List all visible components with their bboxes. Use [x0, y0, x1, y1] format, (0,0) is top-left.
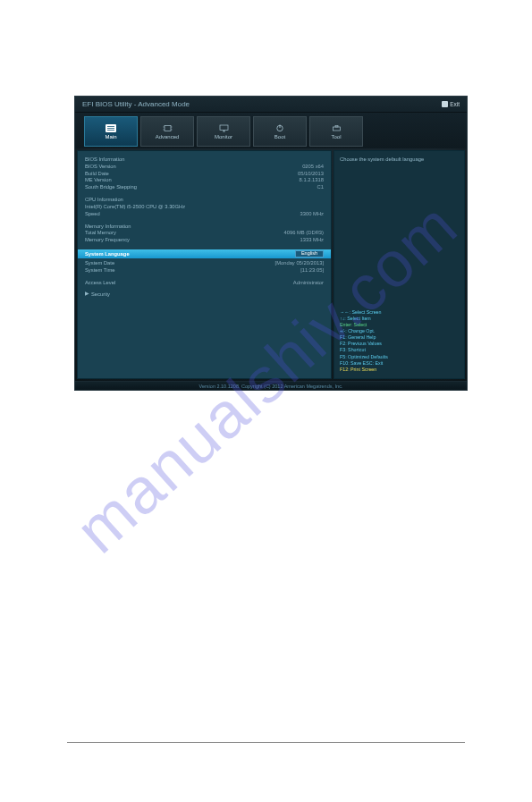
access-level-value: Administrator: [293, 280, 324, 287]
tab-bar: Main Advanced Monitor Boot Tool: [75, 113, 467, 148]
me-version-label: ME Version: [85, 177, 112, 184]
svg-rect-14: [333, 127, 340, 131]
help-key-line: F3: Shortcut: [340, 347, 459, 353]
page-divider: [67, 742, 465, 743]
tab-label: Boot: [274, 134, 285, 139]
cpu-info-block: CPU Information Intel(R) Core(TM) i5-250…: [85, 197, 324, 217]
tab-main[interactable]: Main: [84, 116, 138, 147]
security-row[interactable]: ▶ Security: [85, 290, 324, 297]
bios-window: EFI BIOS Utility - Advanced Mode Exit Ma…: [74, 96, 468, 391]
tab-label: Tool: [331, 134, 341, 139]
total-memory-value: 4096 MB (DDR3): [284, 230, 324, 237]
help-key-line: F2: Previous Values: [340, 341, 459, 347]
power-icon: [274, 123, 285, 132]
exit-icon: [442, 101, 448, 107]
monitor-icon: [218, 123, 229, 132]
help-key-line: ↑↓: Select Item: [340, 316, 459, 322]
system-time-row[interactable]: System Time[11:23:05]: [85, 267, 324, 274]
tab-boot[interactable]: Boot: [253, 116, 307, 147]
system-date-label: System Date: [85, 260, 114, 267]
main-panel: BIOS Information BIOS Version0205 x64 Bu…: [77, 150, 332, 379]
system-date-value: [Monday 05/20/2013]: [275, 260, 324, 267]
help-key-line: →←: Select Screen: [340, 309, 459, 316]
datetime-block: System Date[Monday 05/20/2013] System Ti…: [85, 260, 324, 274]
cpu-speed-label: Speed: [85, 211, 100, 218]
svg-rect-15: [335, 125, 338, 127]
build-date-value: 05/10/2013: [298, 171, 324, 178]
security-label: Security: [91, 291, 110, 298]
window-title: EFI BIOS Utility - Advanced Mode: [82, 100, 190, 108]
system-time-value: [11:23:05]: [300, 267, 324, 274]
chip-icon: [162, 123, 173, 132]
body-area: BIOS Information BIOS Version0205 x64 Bu…: [75, 148, 467, 381]
system-language-label: System Language: [85, 250, 130, 257]
bios-version-label: BIOS Version: [85, 164, 116, 171]
bios-info-block: BIOS Information BIOS Version0205 x64 Bu…: [85, 156, 324, 191]
list-icon: [106, 123, 116, 132]
tab-advanced[interactable]: Advanced: [140, 116, 194, 147]
tab-label: Monitor: [215, 134, 232, 139]
svg-rect-9: [220, 125, 228, 131]
sb-stepping-value: C1: [317, 184, 324, 191]
memory-info-block: Memory Information Total Memory4096 MB (…: [85, 224, 324, 244]
svg-rect-4: [165, 125, 171, 131]
exit-button[interactable]: Exit: [442, 101, 460, 107]
bios-version-value: 0205 x64: [302, 164, 324, 171]
system-language-row[interactable]: System Language English: [78, 249, 331, 258]
tool-icon: [331, 123, 342, 132]
tab-tool[interactable]: Tool: [309, 116, 363, 147]
access-level-label: Access Level: [85, 280, 115, 287]
memory-info-header: Memory Information: [85, 224, 131, 231]
footer-copyright: Version 2.10.1208. Copyright (C) 2012 Am…: [75, 381, 467, 390]
cpu-info-header: CPU Information: [85, 197, 123, 204]
key-help-block: →←: Select Screen ↑↓: Select Item Enter:…: [340, 309, 459, 373]
help-description: Choose the system default language: [340, 156, 459, 162]
system-time-label: System Time: [85, 267, 115, 274]
chevron-right-icon: ▶: [85, 290, 89, 297]
help-key-line: F1: General Help: [340, 334, 459, 341]
cpu-speed-value: 3300 MHz: [300, 211, 324, 218]
system-date-row[interactable]: System Date[Monday 05/20/2013]: [85, 260, 324, 267]
total-memory-label: Total Memory: [85, 230, 116, 237]
memory-freq-value: 1333 MHz: [300, 237, 324, 244]
exit-label: Exit: [450, 101, 460, 107]
help-key-line: F5: Optimized Defaults: [340, 354, 459, 360]
tab-label: Advanced: [156, 134, 180, 139]
me-version-value: 8.1.2.1318: [300, 177, 324, 184]
help-key-line: +/-: Change Opt.: [340, 328, 459, 334]
title-bar: EFI BIOS Utility - Advanced Mode Exit: [75, 97, 467, 113]
system-language-value[interactable]: English: [295, 250, 324, 257]
build-date-label: Build Date: [85, 171, 109, 178]
memory-freq-label: Memory Frequency: [85, 237, 130, 244]
help-key-line: Enter: Select: [340, 322, 459, 328]
sb-stepping-label: South Bridge Stepping: [85, 184, 137, 191]
access-level-row: Access Level Administrator: [85, 280, 324, 287]
bios-info-header: BIOS Information: [85, 156, 124, 164]
tab-monitor[interactable]: Monitor: [197, 116, 250, 147]
tab-label: Main: [105, 134, 116, 139]
cpu-name: Intel(R) Core(TM) i5-2500 CPU @ 3.30GHz: [85, 204, 185, 211]
help-key-line: F10: Save ESC: Exit: [340, 360, 459, 367]
help-key-line: F12: Print Screen: [340, 367, 459, 373]
side-help-panel: Choose the system default language →←: S…: [334, 150, 465, 379]
